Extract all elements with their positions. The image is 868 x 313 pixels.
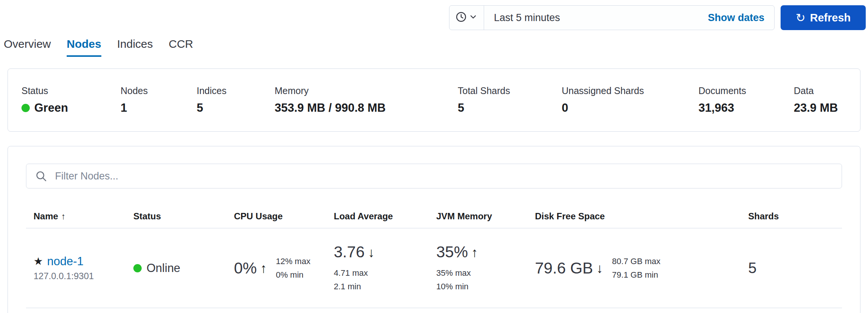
tab-ccr[interactable]: CCR [169, 38, 193, 57]
stat-value: 1 [121, 101, 197, 115]
column-header-disk-free-space[interactable]: Disk Free Space [535, 211, 748, 222]
trend-up-icon: ↑ [260, 261, 267, 275]
node-link[interactable]: node-1 [47, 255, 84, 268]
node-address: 127.0.0.1:9301 [34, 271, 133, 281]
shards-cell: 5 [748, 260, 842, 277]
clock-icon [455, 11, 467, 24]
jvm-memory-value: 35% [436, 243, 468, 261]
stat-nodes: Nodes 1 [121, 85, 197, 115]
table-row: ★ node-1 127.0.0.1:9301 Online 0% ↑ 12% … [26, 228, 842, 308]
stat-label: Nodes [121, 85, 197, 96]
tab-overview[interactable]: Overview [4, 38, 51, 57]
jvm-memory-min: 10% min [436, 280, 535, 293]
disk-free-space-min: 79.1 GB min [612, 268, 660, 281]
load-average-value: 3.76 [334, 243, 365, 261]
stat-value: Green [21, 101, 121, 115]
disk-free-space-cell: 79.6 GB ↓ 80.7 GB max 79.1 GB min [535, 255, 748, 281]
jvm-memory-minmax: 35% max 10% min [436, 266, 535, 293]
stat-label: Status [21, 85, 121, 96]
refresh-icon: ↻ [796, 12, 805, 24]
online-status-dot [133, 264, 142, 272]
load-average-min: 2.1 min [334, 280, 436, 293]
load-average-minmax: 4.71 max 2.1 min [334, 266, 436, 293]
health-status-dot [21, 104, 30, 112]
trend-up-icon: ↑ [471, 246, 478, 259]
stat-value: 23.9 MB [794, 101, 838, 115]
stat-data: Data 23.9 MB [794, 85, 838, 115]
column-header-jvm-memory[interactable]: JVM Memory [436, 211, 535, 222]
chevron-down-icon [469, 12, 478, 23]
stat-status: Status Green [21, 85, 121, 115]
stat-documents: Documents 31,963 [698, 85, 794, 115]
star-icon[interactable]: ★ [34, 256, 43, 267]
stat-label: Unassigned Shards [562, 85, 698, 96]
node-name-cell: ★ node-1 127.0.0.1:9301 [26, 255, 133, 281]
load-average-max: 4.71 max [334, 266, 436, 280]
cpu-usage-max: 12% max [276, 255, 310, 268]
shards-value: 5 [748, 260, 756, 276]
topbar: Last 5 minutes Show dates ↻ Refresh [0, 5, 866, 30]
filter-nodes-input[interactable] [26, 164, 842, 188]
filter-nodes-search [26, 164, 842, 188]
load-average-cell: 3.76 ↓ 4.71 max 2.1 min [334, 243, 436, 293]
stat-total-shards: Total Shards 5 [458, 85, 562, 115]
time-range-value[interactable]: Last 5 minutes [484, 12, 708, 24]
stat-value: 31,963 [698, 101, 794, 115]
time-picker-menu-button[interactable] [449, 6, 484, 30]
jvm-memory-cell: 35% ↑ 35% max 10% min [436, 243, 535, 293]
column-header-name[interactable]: Name ↑ [26, 211, 133, 222]
stat-value: 0 [562, 101, 698, 115]
trend-down-icon: ↓ [368, 246, 375, 259]
stat-label: Data [794, 85, 838, 96]
node-status-cell: Online [133, 261, 234, 275]
jvm-memory-max: 35% max [436, 266, 535, 280]
tab-nodes[interactable]: Nodes [67, 38, 101, 57]
search-icon [35, 170, 47, 184]
cpu-usage-cell: 0% ↑ 12% max 0% min [234, 255, 334, 281]
refresh-button[interactable]: ↻ Refresh [781, 5, 866, 30]
stat-memory: Memory 353.9 MB / 990.8 MB [275, 85, 458, 115]
stat-unassigned-shards: Unassigned Shards 0 [562, 85, 698, 115]
stat-value: 353.9 MB / 990.8 MB [275, 101, 458, 115]
show-dates-link[interactable]: Show dates [708, 12, 774, 24]
nodes-panel: Name ↑ Status CPU Usage Load Average JVM… [8, 146, 860, 313]
stat-label: Indices [197, 85, 275, 96]
time-range-picker[interactable]: Last 5 minutes Show dates [449, 5, 775, 30]
refresh-button-label: Refresh [810, 12, 851, 24]
stat-label: Total Shards [458, 85, 562, 96]
tabs: Overview Nodes Indices CCR [4, 38, 193, 57]
stat-indices: Indices 5 [197, 85, 275, 115]
node-status-text: Online [147, 261, 180, 275]
table-header-row: Name ↑ Status CPU Usage Load Average JVM… [26, 211, 842, 228]
cpu-usage-minmax: 12% max 0% min [276, 255, 310, 281]
column-header-load-average[interactable]: Load Average [334, 211, 436, 222]
column-header-label: Name [34, 211, 58, 222]
column-header-shards[interactable]: Shards [748, 211, 842, 222]
trend-down-icon: ↓ [596, 261, 603, 275]
cpu-usage-min: 0% min [276, 268, 310, 281]
stat-value: 5 [458, 101, 562, 115]
column-header-status[interactable]: Status [133, 211, 234, 222]
column-header-cpu-usage[interactable]: CPU Usage [234, 211, 334, 222]
health-status-text: Green [34, 101, 68, 115]
disk-free-space-minmax: 80.7 GB max 79.1 GB min [612, 255, 660, 281]
stat-label: Memory [275, 85, 458, 96]
stat-value: 5 [197, 101, 275, 115]
tab-indices[interactable]: Indices [117, 38, 153, 57]
sort-ascending-icon: ↑ [61, 211, 66, 222]
stat-label: Documents [698, 85, 794, 96]
disk-free-space-value: 79.6 GB [535, 259, 593, 277]
disk-free-space-max: 80.7 GB max [612, 255, 660, 268]
cluster-summary-panel: Status Green Nodes 1 Indices 5 Memory 35… [8, 68, 860, 132]
cluster-monitoring-page: Last 5 minutes Show dates ↻ Refresh Over… [0, 0, 868, 313]
cpu-usage-value: 0% [234, 259, 257, 277]
